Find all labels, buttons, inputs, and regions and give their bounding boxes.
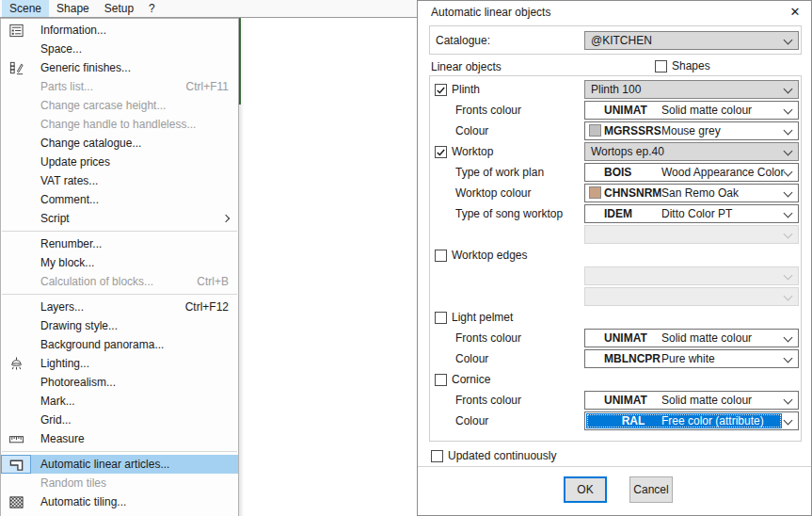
information-icon [1, 21, 31, 40]
menu-item-measure[interactable]: Measure [1, 429, 238, 448]
colour-select[interactable]: MBLNCPRPure white [584, 349, 799, 368]
menu-separator [2, 451, 237, 452]
empty-select [584, 266, 799, 285]
setting-row-item [430, 225, 801, 244]
menu-item-icon-slot [1, 298, 31, 316]
menu-item-label: Photorealism... [40, 376, 116, 389]
shapes-label: Shapes [672, 59, 710, 73]
menu-item-update-prices[interactable]: Update prices [1, 153, 238, 171]
menu-item-icon-slot [1, 411, 31, 429]
menu-item-label: Change catalogue... [40, 137, 141, 150]
menu-item-photorealism[interactable]: Photorealism... [1, 373, 238, 392]
setting-row-fronts-colour: Fronts colourUNIMATSolid matte colour [430, 391, 801, 410]
empty-select [584, 287, 799, 306]
menu-item-label: Measure [40, 432, 85, 445]
menu-item-change-carcase-height: Change carcase height... [1, 96, 238, 115]
menu-item-icon-slot [1, 77, 31, 96]
checkbox-light-pelmet[interactable] [435, 312, 447, 324]
menu-item-icon-slot [1, 171, 31, 190]
shapes-checkbox[interactable]: Shapes [655, 59, 710, 73]
updated-continuously-checkbox[interactable]: Updated continuously [431, 449, 556, 462]
menu-item-label: Update prices [40, 155, 110, 169]
setting-row-colour: ColourMGRSSRSMouse grey [430, 121, 801, 140]
menu-item-layers[interactable]: Layers...Ctrl+F12 [1, 298, 238, 316]
menubar-item-setup[interactable]: Setup [97, 0, 141, 17]
menu-item-automatic-tiling[interactable]: Automatic tiling... [1, 492, 238, 511]
menu-item-label: Change carcase height... [40, 99, 166, 112]
menu-item-background-panorama[interactable]: Background panorama... [1, 335, 238, 354]
setting-label: Fronts colour [455, 394, 521, 407]
menu-item-my-block[interactable]: My block... [1, 253, 238, 272]
setting-label: Fronts colour [455, 104, 521, 117]
menu-item-change-handle-to-handleless: Change handle to handleless... [1, 115, 238, 134]
checkbox-icon [431, 450, 443, 462]
menu-item-shortcut: Ctrl+F12 [185, 300, 229, 314]
menu-item-lighting[interactable]: Lighting... [1, 354, 238, 373]
dialog-automatic-linear-objects: Automatic linear objects ✕ Catalogue: @K… [417, 0, 812, 516]
plinth-select[interactable]: Plinth 100 [584, 80, 799, 99]
menu-item-comment[interactable]: Comment... [1, 190, 238, 209]
setting-row-colour: ColourMBLNCPRPure white [430, 349, 801, 368]
menu-item-icon-slot [1, 234, 31, 253]
colour-select[interactable]: RALFree color (attribute) [584, 411, 799, 430]
menubar-item-scene[interactable]: Scene [2, 0, 49, 17]
menu-item-script[interactable]: Script [1, 209, 238, 228]
close-icon[interactable]: ✕ [787, 4, 804, 21]
colour-select[interactable]: MGRSSRSMouse grey [584, 121, 799, 140]
menu-item-icon-slot [1, 253, 31, 272]
catalogue-value: @KITCHEN [591, 34, 652, 47]
cancel-button[interactable]: Cancel [629, 476, 673, 503]
catalogue-select[interactable]: @KITCHEN [584, 31, 799, 50]
colour-swatch [589, 124, 601, 137]
menu-item-vat-rates[interactable]: VAT rates... [1, 171, 238, 190]
app-screen: SceneShapeSetup? Information...Space... … [0, 0, 812, 516]
menu-item-icon-slot [1, 40, 31, 58]
fronts-colour-select[interactable]: UNIMATSolid matte colour [584, 329, 799, 347]
fronts-colour-select[interactable]: UNIMATSolid matte colour [584, 391, 799, 410]
setting-row-fronts-colour: Fronts colourUNIMATSolid matte colour [430, 329, 801, 347]
chevron-down-icon [784, 416, 793, 426]
worktop-select[interactable]: Wortops ep.40 [584, 142, 799, 161]
checkbox-cornice[interactable] [435, 374, 447, 386]
checkbox-worktop[interactable] [435, 146, 447, 158]
menubar-item-[interactable]: ? [141, 0, 163, 17]
linear-articles-icon [1, 455, 31, 474]
menu-item-icon-slot [1, 96, 31, 115]
checkbox-worktop-edges[interactable] [435, 250, 447, 262]
finish-description: Mouse grey [661, 124, 721, 137]
menu-item-label: VAT rates... [40, 174, 98, 187]
menu-item-mark[interactable]: Mark... [1, 392, 238, 411]
menu-item-change-catalogue[interactable]: Change catalogue... [1, 134, 238, 153]
menu-item-grid[interactable]: Grid... [1, 411, 238, 429]
menu-item-generic-finishes[interactable]: Generic finishes... [1, 58, 238, 77]
menu-item-information[interactable]: Information... [1, 21, 238, 40]
fronts-colour-select[interactable]: UNIMATSolid matte colour [584, 101, 799, 120]
menu-item-space[interactable]: Space... [1, 40, 238, 58]
lighting-icon [1, 354, 31, 373]
checkbox-plinth[interactable] [435, 84, 447, 96]
chevron-down-icon [784, 271, 793, 281]
option-label: Plinth [452, 83, 480, 96]
menu-item-drawing-style[interactable]: Drawing style... [1, 316, 238, 335]
menu-item-automatic-linear-articles[interactable]: Automatic linear articles... [1, 455, 238, 474]
type-of-work-plan-select[interactable]: BOISWood Appearance Color [584, 163, 799, 182]
menu-item-icon-slot [1, 272, 31, 291]
chevron-down-icon [784, 168, 793, 177]
setting-label: Colour [455, 124, 488, 137]
menubar-item-shape[interactable]: Shape [49, 0, 97, 17]
type-of-song-worktop-select[interactable]: IDEMDitto Color PT [584, 204, 799, 223]
worktop-colour-select[interactable]: CHNSNRMSan Remo Oak [584, 184, 799, 202]
chevron-down-icon [784, 292, 793, 301]
menu-item-renumber[interactable]: Renumber... [1, 234, 238, 253]
menu-item-label: Information... [40, 24, 106, 37]
chevron-down-icon [784, 36, 793, 45]
menu-item-label: Comment... [40, 193, 99, 206]
setting-label: Fronts colour [455, 331, 521, 345]
ok-button[interactable]: OK [564, 476, 607, 503]
menu-item-label: Renumber... [40, 237, 102, 250]
menu-item-shortcut: Ctrl+B [197, 275, 229, 288]
menu-item-icon-slot [1, 373, 31, 392]
setting-label: Type of work plan [455, 166, 544, 179]
finish-code: UNIMAT [604, 331, 662, 345]
menu-item-label: Automatic tiling... [40, 495, 126, 508]
